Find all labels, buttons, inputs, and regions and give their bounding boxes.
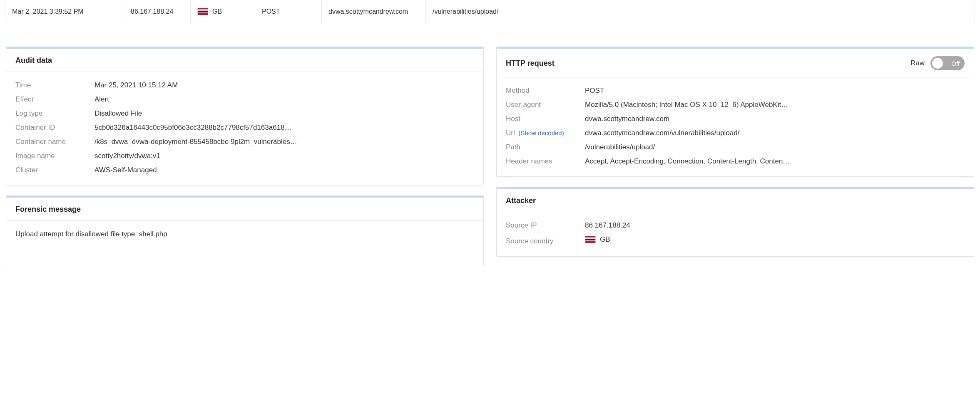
audit-time-value: Mar 25, 2021 10:15:12 AM <box>95 81 474 89</box>
audit-data-title: Audit data <box>15 56 52 65</box>
flag-gb-icon <box>585 236 596 243</box>
audit-imagename-row: Image name scotty2hotty/dvwa:v1 <box>15 152 474 160</box>
http-headernames-label: Header names <box>506 157 585 166</box>
http-path-label: Path <box>506 143 585 151</box>
http-url-value: dvwa.scottymcandrew.com/vulnerabilities/… <box>585 129 965 137</box>
http-host-value: dvwa.scottymcandrew.com <box>585 115 965 123</box>
event-method: POST <box>262 8 280 15</box>
event-ip-cell: 86.167.188.24 <box>124 0 191 23</box>
attacker-sourcecountry-text: GB <box>600 235 610 244</box>
audit-cluster-row: Cluster AWS-Self-Managed <box>15 166 474 174</box>
raw-label: Raw <box>910 59 925 67</box>
http-request-body: Method POST User-agent Mozilla/5.0 (Maci… <box>497 77 974 176</box>
forensic-message-body: Upload attempt for disallowed file type:… <box>6 221 483 266</box>
attacker-sourcecountry-value: GB <box>585 235 965 244</box>
http-method-value: POST <box>585 87 965 95</box>
left-column: Audit data Time Mar 25, 2021 10:15:12 AM… <box>6 47 484 266</box>
audit-effect-label: Effect <box>15 95 95 104</box>
http-method-label: Method <box>506 87 585 95</box>
event-host-cell: dvwa.scottymcandrew.com <box>322 0 426 23</box>
audit-containername-row: Container name /k8s_dvwa_dvwa-deployment… <box>15 138 474 146</box>
http-request-card: HTTP request Raw Off Method POST User-ag… <box>496 47 974 177</box>
forensic-message-title: Forensic message <box>15 205 81 214</box>
http-headernames-value: Accept, Accept-Encoding, Connection, Con… <box>585 157 965 166</box>
http-path-value: /vulnerabilities/upload/ <box>585 143 965 151</box>
http-method-row: Method POST <box>506 87 965 95</box>
audit-imagename-label: Image name <box>15 152 95 160</box>
audit-containerid-label: Container ID <box>15 124 95 132</box>
audit-time-row: Time Mar 25, 2021 10:15:12 AM <box>15 81 474 89</box>
http-path-row: Path /vulnerabilities/upload/ <box>506 143 965 151</box>
toggle-knob-icon <box>932 58 943 69</box>
http-headernames-row: Header names Accept, Accept-Encoding, Co… <box>506 157 965 166</box>
http-url-label: Url (Show decoded) <box>506 129 585 137</box>
forensic-message-header: Forensic message <box>6 198 483 221</box>
attacker-sourceip-label: Source IP <box>506 221 585 230</box>
audit-data-card: Audit data Time Mar 25, 2021 10:15:12 AM… <box>6 47 484 186</box>
audit-containerid-row: Container ID 5cb0d326a16443c0c95bf06e3cc… <box>15 124 474 132</box>
http-request-header: HTTP request Raw Off <box>497 49 974 77</box>
audit-containername-label: Container name <box>15 138 95 146</box>
attacker-sourceip-row: Source IP 86.167.188.24 <box>506 221 965 230</box>
audit-logtype-label: Log type <box>15 109 95 118</box>
event-country-cell: GB <box>191 0 255 23</box>
http-host-label: Host <box>506 115 585 123</box>
raw-toggle-wrap: Raw Off <box>910 56 965 70</box>
flag-gb-icon <box>197 8 208 15</box>
audit-cluster-label: Cluster <box>15 166 95 174</box>
audit-cluster-value: AWS-Self-Managed <box>95 166 474 174</box>
details-grid: Audit data Time Mar 25, 2021 10:15:12 AM… <box>0 23 980 275</box>
attacker-card: Attacker Source IP 86.167.188.24 Source … <box>496 187 974 257</box>
show-decoded-link[interactable]: (Show decoded) <box>518 129 564 136</box>
audit-data-header: Audit data <box>6 49 483 72</box>
audit-imagename-value: scotty2hotty/dvwa:v1 <box>95 152 474 160</box>
audit-effect-row: Effect Alert <box>15 95 474 104</box>
event-date: Mar 2, 2021 3:39:52 PM <box>12 8 84 15</box>
event-ip: 86.167.188.24 <box>131 8 173 15</box>
event-url: /vulnerabilities/upload/ <box>433 8 498 15</box>
forensic-message-card: Forensic message Upload attempt for disa… <box>6 196 484 266</box>
attacker-header: Attacker <box>497 189 974 212</box>
http-host-row: Host dvwa.scottymcandrew.com <box>506 115 965 123</box>
audit-containerid-value: 5cb0d326a16443c0c95bf06e3cc3288b2c7798cf… <box>95 124 474 132</box>
event-date-cell: Mar 2, 2021 3:39:52 PM <box>5 0 124 23</box>
audit-data-body: Time Mar 25, 2021 10:15:12 AM Effect Ale… <box>6 72 483 185</box>
http-url-label-text: Url <box>506 129 515 137</box>
http-useragent-value: Mozilla/5.0 (Macintosh; Intel Mac OS X 1… <box>585 101 965 109</box>
audit-containername-value: /k8s_dvwa_dvwa-deployment-855458bcbc-9pl… <box>95 138 474 146</box>
attacker-sourcecountry-label: Source country <box>506 237 585 245</box>
audit-effect-value: Alert <box>95 95 474 104</box>
event-host: dvwa.scottymcandrew.com <box>328 8 408 15</box>
http-useragent-row: User-agent Mozilla/5.0 (Macintosh; Intel… <box>506 101 965 109</box>
event-empty-cell <box>538 0 975 23</box>
event-url-cell: /vulnerabilities/upload/ <box>426 0 538 23</box>
audit-logtype-row: Log type Disallowed File <box>15 109 474 118</box>
http-url-row: Url (Show decoded) dvwa.scottymcandrew.c… <box>506 129 965 137</box>
attacker-body: Source IP 86.167.188.24 Source country G… <box>497 212 974 256</box>
attacker-title: Attacker <box>506 196 536 205</box>
audit-time-label: Time <box>15 81 95 89</box>
attacker-sourceip-value: 86.167.188.24 <box>585 221 965 230</box>
http-request-title: HTTP request <box>506 59 555 68</box>
audit-logtype-value: Disallowed File <box>95 109 474 118</box>
event-method-cell: POST <box>255 0 322 23</box>
raw-toggle[interactable]: Off <box>930 56 965 70</box>
event-country: GB <box>212 8 222 15</box>
raw-toggle-text: Off <box>951 60 960 67</box>
right-column: HTTP request Raw Off Method POST User-ag… <box>496 47 974 266</box>
event-row[interactable]: Mar 2, 2021 3:39:52 PM 86.167.188.24 GB … <box>5 0 975 23</box>
attacker-sourcecountry-row: Source country GB <box>506 235 965 245</box>
forensic-message-text: Upload attempt for disallowed file type:… <box>15 230 474 255</box>
http-useragent-label: User-agent <box>506 101 585 109</box>
